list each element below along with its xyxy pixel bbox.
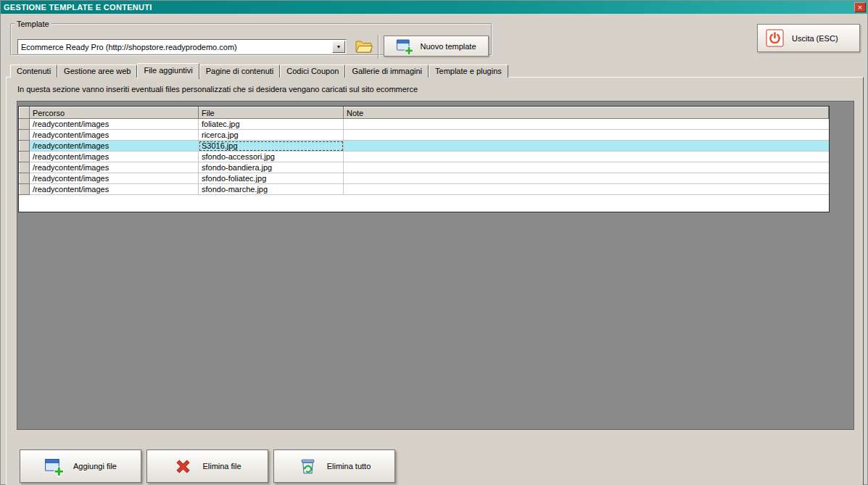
table-row[interactable]: /readycontent/imagesS3016.jpg xyxy=(20,141,829,152)
table-row[interactable]: /readycontent/imagesricerca.jpg xyxy=(20,130,829,141)
window-title: GESTIONE TEMPLATE E CONTENUTI xyxy=(4,3,152,12)
row-selector[interactable] xyxy=(20,162,30,173)
window-body: Template Ecommerce Ready Pro (http://sho… xyxy=(1,14,867,484)
cell-note[interactable] xyxy=(344,184,829,195)
cell-note[interactable] xyxy=(344,119,829,130)
cell-file[interactable]: ricerca.jpg xyxy=(199,130,344,141)
delete-all-button[interactable]: Elimina tutto xyxy=(273,449,395,483)
power-icon xyxy=(766,29,784,47)
delete-file-button[interactable]: Elimina file xyxy=(146,449,268,483)
column-header-percorso[interactable]: Percorso xyxy=(30,107,199,119)
tab-strip: ContenutiGestione aree webFile aggiuntiv… xyxy=(10,62,508,78)
cell-percorso[interactable]: /readycontent/images xyxy=(30,119,199,130)
grid-panel: Percorso File Note /readycontent/imagesf… xyxy=(17,101,854,430)
table-row[interactable]: /readycontent/imagessfondo-bandiera.jpg xyxy=(20,162,829,173)
table-row[interactable]: /readycontent/imagessfondo-foliatec.jpg xyxy=(20,173,829,184)
cell-note[interactable] xyxy=(344,162,829,173)
column-header-note[interactable]: Note xyxy=(344,107,829,119)
column-header-file[interactable]: File xyxy=(199,107,344,119)
cell-file[interactable]: foliatec.jpg xyxy=(199,119,344,130)
add-file-button[interactable]: Aggiungi file xyxy=(20,449,141,483)
cell-percorso[interactable]: /readycontent/images xyxy=(30,173,199,184)
row-selector[interactable] xyxy=(20,184,30,195)
template-combobox-value: Ecommerce Ready Pro (http://shopstore.re… xyxy=(18,43,332,51)
app-window: GESTIONE TEMPLATE E CONTENUTI × Template… xyxy=(0,0,868,485)
close-button[interactable]: × xyxy=(854,2,866,12)
tab-gestione-aree-web[interactable]: Gestione aree web xyxy=(57,65,137,78)
cell-file[interactable]: S3016.jpg xyxy=(199,141,344,152)
cell-file[interactable]: sfondo-foliatec.jpg xyxy=(199,173,344,184)
row-selector[interactable] xyxy=(20,119,30,130)
new-template-label: Nuovo template xyxy=(420,42,476,51)
row-selector[interactable] xyxy=(20,141,30,152)
title-bar: GESTIONE TEMPLATE E CONTENUTI × xyxy=(1,1,867,14)
cell-file[interactable]: sfondo-marche.jpg xyxy=(199,184,344,195)
cell-file[interactable]: sfondo-bandiera.jpg xyxy=(199,162,344,173)
add-file-label: Aggiungi file xyxy=(73,462,117,471)
files-grid: Percorso File Note /readycontent/imagesf… xyxy=(18,106,830,212)
cell-percorso[interactable]: /readycontent/images xyxy=(30,130,199,141)
new-template-button[interactable]: Nuovo template xyxy=(384,36,489,57)
chevron-down-icon: ▼ xyxy=(336,44,342,49)
cell-percorso[interactable]: /readycontent/images xyxy=(30,152,199,162)
tab-panel: In questa sezione vanno inseriti eventua… xyxy=(6,77,864,485)
cell-note[interactable] xyxy=(344,130,829,141)
template-combobox[interactable]: Ecommerce Ready Pro (http://shopstore.re… xyxy=(17,39,347,54)
cell-percorso[interactable]: /readycontent/images xyxy=(30,162,199,173)
table-row[interactable]: /readycontent/imagesfoliatec.jpg xyxy=(20,119,829,130)
close-icon: × xyxy=(858,3,862,12)
toolbar-separator xyxy=(378,35,379,59)
trash-icon xyxy=(298,457,318,476)
row-selector[interactable] xyxy=(20,152,30,162)
row-selector[interactable] xyxy=(20,173,30,184)
add-file-icon xyxy=(44,457,64,476)
delete-file-label: Elimina file xyxy=(202,462,241,471)
exit-button[interactable]: Uscita (ESC) xyxy=(757,24,860,52)
cell-percorso[interactable]: /readycontent/images xyxy=(30,184,199,195)
folder-icon xyxy=(355,39,373,54)
row-selector-header[interactable] xyxy=(20,107,30,119)
tab-codici-coupon[interactable]: Codici Coupon xyxy=(280,65,345,78)
delete-file-icon xyxy=(173,457,193,476)
open-folder-button[interactable] xyxy=(354,36,374,57)
exit-label: Uscita (ESC) xyxy=(792,34,838,43)
grid-body: /readycontent/imagesfoliatec.jpg/readyco… xyxy=(20,119,829,195)
combo-dropdown-button[interactable]: ▼ xyxy=(332,41,345,53)
template-group-label: Template xyxy=(15,20,51,28)
template-group: Template Ecommerce Ready Pro (http://sho… xyxy=(10,20,492,56)
tab-contenuti[interactable]: Contenuti xyxy=(10,65,57,78)
tab-file-aggiuntivi[interactable]: File aggiuntivi xyxy=(137,63,199,79)
new-template-icon xyxy=(396,38,413,55)
tab-template-e-plugins[interactable]: Template e plugins xyxy=(429,65,508,78)
cell-percorso[interactable]: /readycontent/images xyxy=(30,141,199,152)
info-text: In questa sezione vanno inseriti eventua… xyxy=(17,85,418,94)
header-row: Percorso File Note xyxy=(20,107,829,119)
cell-note[interactable] xyxy=(344,152,829,162)
cell-file[interactable]: sfondo-accessori.jpg xyxy=(199,152,344,162)
cell-note[interactable] xyxy=(344,173,829,184)
files-table: Percorso File Note /readycontent/imagesf… xyxy=(19,107,829,195)
tab-gallerie-di-immagini[interactable]: Gallerie di immagini xyxy=(345,65,429,78)
cell-note[interactable] xyxy=(344,141,829,152)
tab-pagine-di-contenuti[interactable]: Pagine di contenuti xyxy=(199,65,281,78)
table-row[interactable]: /readycontent/imagessfondo-accessori.jpg xyxy=(20,152,829,162)
table-row[interactable]: /readycontent/imagessfondo-marche.jpg xyxy=(20,184,829,195)
delete-all-label: Elimina tutto xyxy=(327,462,371,471)
row-selector[interactable] xyxy=(20,130,30,141)
